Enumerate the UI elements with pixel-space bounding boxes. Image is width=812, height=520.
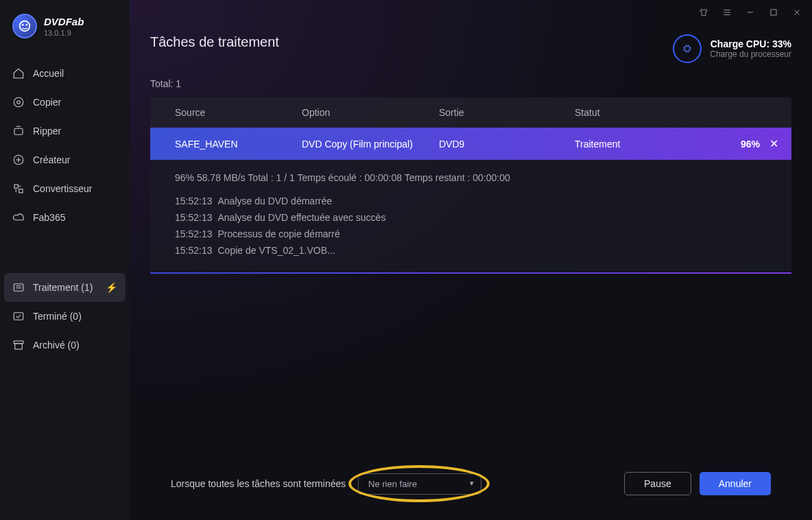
nav-label: Terminé (0): [33, 311, 82, 322]
nav-label: Convertisseur: [33, 183, 92, 194]
table-header: Source Option Sortie Statut: [150, 97, 791, 128]
cell-percent: 96%: [712, 139, 760, 150]
logo: DVDFab 13.0.1.9: [0, 14, 130, 52]
pause-button[interactable]: Pause: [624, 472, 691, 495]
menu-icon[interactable]: [721, 7, 732, 18]
th-source: Source: [175, 107, 302, 118]
nav-item-copy[interactable]: Copier: [0, 88, 130, 117]
nav-item-converter[interactable]: Convertisseur: [0, 174, 130, 203]
th-status: Statut: [575, 107, 712, 118]
check-icon: [12, 310, 25, 322]
disc-icon: [12, 96, 25, 108]
nav-item-home[interactable]: Accueil: [0, 59, 130, 88]
task-details: 96% 58.78 MB/s Total : 1 / 1 Temps écoul…: [150, 160, 791, 271]
svg-point-2: [25, 24, 27, 26]
close-icon[interactable]: [791, 7, 802, 18]
nav-label: Copier: [33, 97, 61, 108]
svg-rect-14: [685, 47, 690, 51]
cell-option: DVD Copy (Film principal): [302, 139, 439, 150]
minimize-icon[interactable]: [745, 7, 756, 18]
nav-label: Traitement (1): [33, 282, 93, 293]
svg-rect-13: [771, 10, 776, 15]
footer: Lorsque toutes les tâches sont terminées…: [150, 457, 791, 520]
brand-version: 13.0.1.9: [44, 29, 84, 37]
cancel-button[interactable]: Annuler: [700, 472, 771, 495]
titlebar: [130, 0, 812, 21]
nav-label: Archivé (0): [33, 340, 80, 351]
cpu-icon: [673, 34, 702, 63]
svg-rect-8: [19, 189, 23, 193]
svg-point-0: [20, 21, 30, 32]
nav-label: Créateur: [33, 154, 70, 165]
th-output: Sortie: [439, 107, 575, 118]
cloud-icon: [12, 211, 25, 224]
main: Tâches de traitement Charge CPU: 33% Cha…: [130, 0, 812, 520]
nav-item-creator[interactable]: Créateur: [0, 145, 130, 174]
log-line: 15:52:13Analyse du DVD effectuée avec su…: [175, 209, 767, 226]
nav-item-finished[interactable]: Terminé (0): [0, 302, 130, 331]
nav-secondary: Traitement (1) ⚡ Terminé (0) Archivé (0): [0, 273, 130, 359]
app-logo-icon: [12, 14, 37, 38]
svg-point-1: [22, 24, 24, 26]
log-line: 15:52:13Copie de VTS_02_1.VOB...: [175, 242, 767, 259]
svg-point-3: [14, 97, 23, 107]
nav-label: Accueil: [33, 68, 64, 79]
th-option: Option: [302, 107, 439, 118]
svg-rect-5: [14, 128, 23, 134]
nav-item-fab365[interactable]: Fab365: [0, 203, 130, 232]
svg-point-4: [17, 101, 21, 104]
cell-output: DVD9: [439, 139, 575, 150]
home-icon: [12, 67, 25, 80]
converter-icon: [12, 182, 25, 195]
ripper-icon: [12, 125, 25, 137]
log-line: 15:52:13Analyse du DVD démarrée: [175, 193, 767, 209]
svg-rect-10: [14, 313, 23, 320]
creator-icon: [12, 154, 25, 166]
footer-label: Lorsque toutes les tâches sont terminées…: [171, 478, 351, 489]
after-tasks-dropdown[interactable]: Ne rien faire: [358, 473, 481, 495]
log-line: 15:52:13Processus de copie démarré: [175, 226, 767, 242]
total-count: Total: 1: [150, 78, 791, 89]
brand-name: DVDFab: [44, 16, 84, 27]
stats-line: 96% 58.78 MB/s Total : 1 / 1 Temps écoul…: [175, 172, 767, 183]
svg-rect-12: [15, 344, 23, 349]
cpu-indicator: Charge CPU: 33% Charge du processeur: [673, 34, 791, 63]
task-table: Source Option Sortie Statut SAFE_HAVEN D…: [150, 97, 791, 274]
nav-item-processing[interactable]: Traitement (1) ⚡: [4, 273, 126, 302]
page-title: Tâches de traitement: [150, 34, 279, 50]
row-close-icon[interactable]: ✕: [760, 137, 787, 150]
cpu-value: Charge CPU: 33%: [710, 38, 791, 49]
nav-primary: Accueil Copier Ripper Créateur Convertis…: [0, 59, 130, 232]
cell-status: Traitement: [575, 139, 712, 150]
svg-rect-7: [14, 185, 18, 188]
cell-source: SAFE_HAVEN: [175, 139, 302, 150]
archive-icon: [12, 339, 25, 351]
processing-icon: [12, 281, 25, 294]
table-row[interactable]: SAFE_HAVEN DVD Copy (Film principal) DVD…: [150, 128, 791, 160]
nav-item-archived[interactable]: Archivé (0): [0, 331, 130, 359]
nav-item-ripper[interactable]: Ripper: [0, 117, 130, 145]
bolt-icon: ⚡: [106, 282, 117, 293]
maximize-icon[interactable]: [768, 7, 779, 18]
svg-rect-9: [14, 284, 23, 292]
sidebar: DVDFab 13.0.1.9 Accueil Copier Ripper Cr…: [0, 0, 130, 520]
progress-divider: [150, 272, 791, 274]
shirt-icon[interactable]: [698, 7, 709, 18]
nav-label: Fab365: [33, 212, 65, 223]
cpu-sublabel: Charge du processeur: [710, 49, 791, 59]
nav-label: Ripper: [33, 126, 61, 137]
